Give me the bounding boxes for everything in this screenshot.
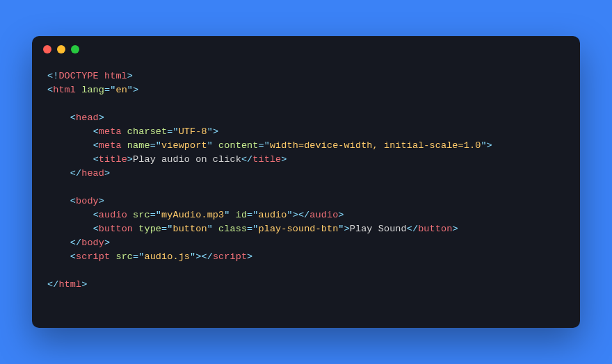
window-titlebar [32, 36, 580, 63]
code-window: <!DOCTYPE html> <html lang="en"> <head> … [32, 36, 580, 328]
code-line: <button type="button" class="play-sound-… [47, 224, 458, 234]
code-line: </body> [47, 238, 110, 248]
code-line: </head> [47, 168, 110, 179]
code-line: <body> [47, 196, 104, 206]
code-line: <title>Play audio on click</title> [47, 154, 287, 165]
minimize-icon[interactable] [57, 45, 65, 53]
close-icon[interactable] [43, 45, 51, 53]
code-line: <meta name="viewport" content="width=dev… [47, 140, 492, 151]
code-line: <meta charset="UTF-8"> [47, 126, 218, 137]
maximize-icon[interactable] [71, 45, 79, 53]
code-line: </html> [47, 279, 87, 290]
code-line: <head> [47, 113, 104, 123]
code-block: <!DOCTYPE html> <html lang="en"> <head> … [32, 63, 580, 307]
code-line: <script src="audio.js"></script> [47, 251, 252, 262]
code-line: <html lang="en"> [47, 85, 138, 95]
code-line: <audio src="myAudio.mp3" id="audio"></au… [47, 210, 344, 220]
code-line: <!DOCTYPE html> [47, 71, 133, 81]
